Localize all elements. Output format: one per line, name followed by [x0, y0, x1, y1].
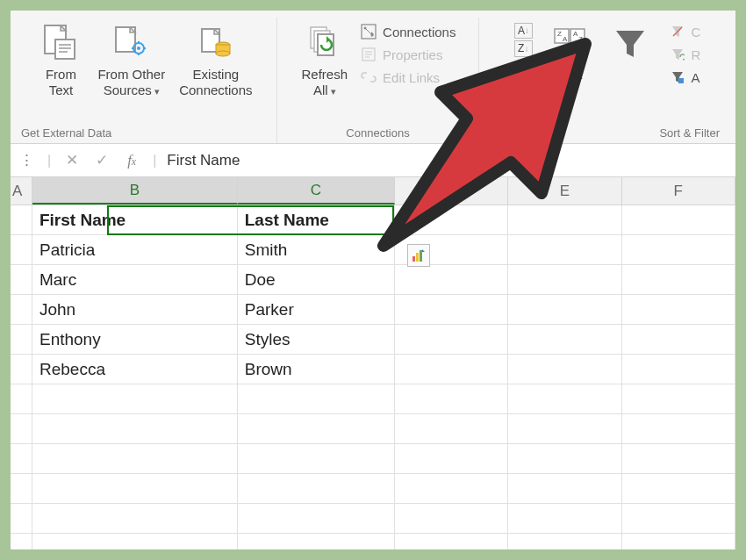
- cell[interactable]: [508, 235, 621, 264]
- cell[interactable]: [395, 414, 508, 443]
- formula-input[interactable]: [167, 152, 730, 169]
- cell[interactable]: [32, 474, 238, 503]
- cell[interactable]: Parker: [238, 295, 395, 324]
- cell[interactable]: [11, 384, 32, 413]
- sort-button[interactable]: ZA AZ Sort: [542, 19, 599, 83]
- sort-az-button[interactable]: A↓ Z↓: [507, 19, 539, 57]
- col-header-a[interactable]: A: [11, 177, 32, 205]
- col-header-e[interactable]: E: [508, 177, 621, 205]
- cell[interactable]: Patricia: [32, 235, 238, 264]
- cell[interactable]: [508, 295, 621, 324]
- from-text-button[interactable]: From Text: [32, 19, 89, 98]
- reapply-button[interactable]: R: [665, 44, 705, 65]
- cell[interactable]: [395, 504, 508, 533]
- cell[interactable]: Brown: [238, 355, 395, 384]
- cell[interactable]: [11, 474, 32, 503]
- properties-button[interactable]: Properties: [356, 44, 459, 65]
- cell[interactable]: Styles: [238, 325, 395, 354]
- cell[interactable]: [508, 534, 621, 549]
- cell[interactable]: [11, 205, 32, 234]
- cell[interactable]: [11, 504, 32, 533]
- advanced-filter-button[interactable]: A: [665, 67, 705, 88]
- cell[interactable]: [508, 504, 621, 533]
- cell[interactable]: [11, 295, 32, 324]
- cell[interactable]: [622, 235, 735, 264]
- cell[interactable]: [32, 534, 238, 549]
- cell[interactable]: [622, 265, 735, 294]
- cell[interactable]: [508, 205, 621, 234]
- refresh-all-button[interactable]: Refresh All: [297, 19, 354, 98]
- cell[interactable]: [622, 534, 735, 549]
- cell[interactable]: [508, 384, 621, 413]
- col-header-d[interactable]: D: [395, 177, 508, 205]
- cell[interactable]: [238, 444, 395, 473]
- cancel-edit-button[interactable]: ✕: [61, 151, 82, 169]
- cell[interactable]: [238, 414, 395, 443]
- clear-filter-button[interactable]: C: [665, 21, 705, 42]
- cell[interactable]: [32, 414, 238, 443]
- cell[interactable]: [622, 474, 735, 503]
- cell[interactable]: [11, 355, 32, 384]
- cell[interactable]: [395, 295, 508, 324]
- cell[interactable]: [238, 384, 395, 413]
- col-header-b[interactable]: B: [32, 177, 238, 205]
- cell[interactable]: [395, 384, 508, 413]
- cell[interactable]: [11, 534, 32, 549]
- cell[interactable]: [622, 205, 735, 234]
- col-header-f[interactable]: F: [622, 177, 735, 205]
- cell[interactable]: [508, 444, 621, 473]
- cell[interactable]: [395, 265, 508, 294]
- cell[interactable]: Smith: [238, 235, 395, 264]
- cell[interactable]: Rebecca: [32, 355, 238, 384]
- table-row: [11, 444, 735, 474]
- insert-function-button[interactable]: fx: [121, 152, 142, 169]
- existing-connections-button[interactable]: Existing Connections: [174, 19, 257, 98]
- cell[interactable]: [32, 504, 238, 533]
- cell[interactable]: [508, 355, 621, 384]
- cell[interactable]: [622, 414, 735, 443]
- cell[interactable]: [622, 504, 735, 533]
- cell[interactable]: First Name: [32, 205, 238, 234]
- cell[interactable]: [622, 384, 735, 413]
- cell[interactable]: [395, 444, 508, 473]
- cell[interactable]: Marc: [32, 265, 238, 294]
- cell[interactable]: [11, 235, 32, 264]
- cell[interactable]: [508, 414, 621, 443]
- edit-links-button[interactable]: Edit Links: [356, 67, 459, 88]
- cell[interactable]: [622, 355, 735, 384]
- connections-label: Connections: [383, 25, 455, 39]
- cell[interactable]: [395, 205, 508, 234]
- cell[interactable]: [395, 534, 508, 549]
- cell[interactable]: [11, 444, 32, 473]
- cell[interactable]: [32, 384, 238, 413]
- cell[interactable]: [395, 355, 508, 384]
- cell[interactable]: [622, 325, 735, 354]
- cell[interactable]: [11, 265, 32, 294]
- connections-icon: [360, 23, 377, 40]
- cell[interactable]: Enthony: [32, 325, 238, 354]
- cell[interactable]: [32, 444, 238, 473]
- cell[interactable]: [238, 474, 395, 503]
- cell[interactable]: [395, 325, 508, 354]
- connections-button[interactable]: Connections: [356, 21, 459, 42]
- from-other-sources-button[interactable]: From Other Sources: [92, 19, 170, 98]
- cell[interactable]: [622, 295, 735, 324]
- col-header-c[interactable]: C: [238, 177, 395, 205]
- filter-button[interactable]: [602, 19, 658, 67]
- cell[interactable]: [238, 504, 395, 533]
- cell[interactable]: [11, 414, 32, 443]
- cell[interactable]: John: [32, 295, 238, 324]
- cell[interactable]: [508, 474, 621, 503]
- name-box-dropdown[interactable]: ⋮: [16, 151, 37, 169]
- cell[interactable]: [508, 325, 621, 354]
- cell[interactable]: Last Name: [238, 205, 395, 234]
- cell[interactable]: [622, 444, 735, 473]
- cell[interactable]: [11, 325, 32, 354]
- quick-analysis-button[interactable]: [407, 244, 430, 267]
- cell[interactable]: [395, 474, 508, 503]
- confirm-edit-button[interactable]: ✓: [91, 151, 112, 169]
- cell[interactable]: Doe: [238, 265, 395, 294]
- svg-marker-36: [560, 52, 567, 57]
- cell[interactable]: [508, 265, 621, 294]
- cell[interactable]: [238, 534, 395, 549]
